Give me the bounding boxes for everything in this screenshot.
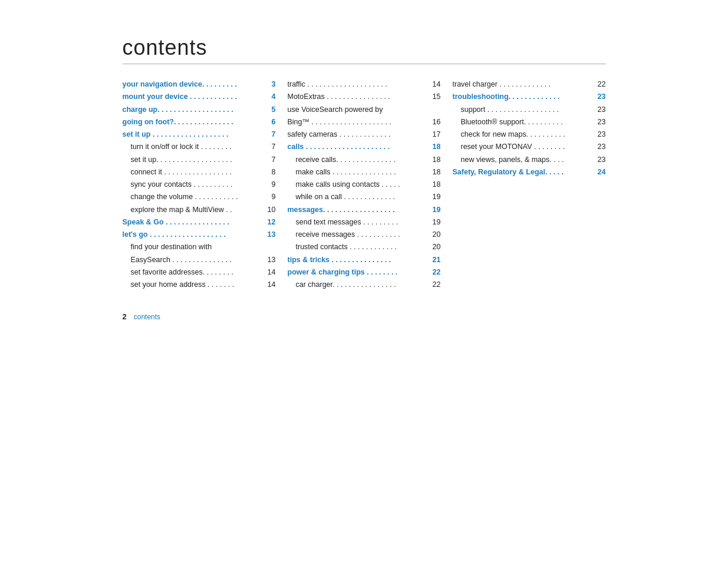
toc-entry-page: 7	[262, 141, 276, 153]
toc-entry: explore the map & MultiView . .10	[123, 204, 276, 216]
toc-entry-label: going on foot?. . . . . . . . . . . . . …	[123, 116, 262, 128]
toc-entry-label: tips & tricks . . . . . . . . . . . . . …	[288, 254, 427, 266]
toc-entry-label: travel charger . . . . . . . . . . . . .	[453, 78, 592, 91]
toc-entry: EasySearch . . . . . . . . . . . . . . .…	[123, 254, 276, 266]
toc-entry-page: 17	[427, 128, 441, 141]
toc-entry-label: calls . . . . . . . . . . . . . . . . . …	[288, 141, 427, 153]
toc-entry-label: receive messages . . . . . . . . . . .	[288, 229, 427, 241]
footer-label: contents	[134, 313, 160, 321]
toc-entry-page: 7	[262, 128, 276, 141]
toc-entry-label: traffic . . . . . . . . . . . . . . . . …	[288, 78, 427, 91]
toc-entry-page: 8	[262, 166, 276, 178]
toc-entry-page: 18	[427, 154, 441, 166]
toc-entry: MotoExtras . . . . . . . . . . . . . . .…	[288, 91, 441, 103]
toc-entry-label: set it up. . . . . . . . . . . . . . . .…	[123, 154, 262, 166]
toc-entry-label: charge up. . . . . . . . . . . . . . . .…	[123, 104, 262, 116]
toc-entry-page: 23	[592, 128, 606, 141]
toc-entry: let's go . . . . . . . . . . . . . . . .…	[123, 229, 276, 241]
toc-entry-page: 10	[262, 204, 276, 216]
toc-column-1: your navigation device. . . . . . . . .3…	[123, 78, 288, 291]
toc-entry-label: support . . . . . . . . . . . . . . . . …	[453, 104, 592, 116]
toc-entry: going on foot?. . . . . . . . . . . . . …	[123, 116, 276, 128]
toc-entry: travel charger . . . . . . . . . . . . .…	[453, 78, 606, 91]
title-divider	[123, 64, 606, 64]
toc-column-3: travel charger . . . . . . . . . . . . .…	[453, 78, 606, 178]
toc-entry-page: 23	[592, 91, 606, 103]
toc-entry-label: send text messages . . . . . . . . .	[288, 216, 427, 229]
toc-entry-label: Bing™ . . . . . . . . . . . . . . . . . …	[288, 116, 427, 128]
toc-entry: your navigation device. . . . . . . . .3	[123, 78, 276, 91]
toc-entry-page: 14	[262, 279, 276, 291]
toc-entry-label: safety cameras . . . . . . . . . . . . .	[288, 128, 427, 141]
toc-entry-page: 22	[427, 279, 441, 291]
toc-entry-label: troubleshooting. . . . . . . . . . . . .	[453, 91, 592, 103]
toc-entry-label: new views, panels, & maps. . . .	[453, 154, 592, 166]
toc-entry-label: sync your contacts . . . . . . . . . .	[123, 178, 262, 191]
toc-entry-page: 9	[262, 178, 276, 191]
toc-entry-label: trusted contacts . . . . . . . . . . . .	[288, 241, 427, 253]
toc-entry: calls . . . . . . . . . . . . . . . . . …	[288, 141, 441, 153]
toc-entry-label: messages. . . . . . . . . . . . . . . . …	[288, 204, 427, 216]
toc-entry-label: receive calls. . . . . . . . . . . . . .…	[288, 154, 427, 166]
toc-entry: set it up. . . . . . . . . . . . . . . .…	[123, 154, 276, 166]
page-title: contents	[123, 35, 606, 60]
toc-entry-label: set favorite addresses. . . . . . . .	[123, 266, 262, 279]
toc-entry: mount your device . . . . . . . . . . . …	[123, 91, 276, 103]
toc-entry-label: check for new maps. . . . . . . . . .	[453, 128, 592, 141]
toc-entry-label: Bluetooth® support. . . . . . . . . .	[453, 116, 592, 128]
toc-entry: Speak & Go . . . . . . . . . . . . . . .…	[123, 216, 276, 229]
toc-entry-page: 23	[592, 116, 606, 128]
toc-entry: make calls using contacts . . . . .18	[288, 178, 441, 191]
toc-entry-label: make calls . . . . . . . . . . . . . . .…	[288, 166, 427, 178]
toc-entry-label: reset your MOTONAV . . . . . . . .	[453, 141, 592, 153]
toc-entry-page: 4	[262, 91, 276, 103]
toc-entry-page: 14	[427, 78, 441, 91]
toc-entry: trusted contacts . . . . . . . . . . . .…	[288, 241, 441, 253]
toc-entry: change the volume . . . . . . . . . . .9	[123, 191, 276, 203]
toc-column-2: traffic . . . . . . . . . . . . . . . . …	[288, 78, 453, 291]
toc-entry-label: explore the map & MultiView . .	[123, 204, 262, 216]
toc-entry-page: 15	[427, 91, 441, 103]
toc-entry: receive calls. . . . . . . . . . . . . .…	[288, 154, 441, 166]
toc-entry-page: 21	[427, 254, 441, 266]
toc-entry-page: 22	[592, 78, 606, 91]
toc-entry-page: 18	[427, 141, 441, 153]
toc-entry-label: use VoiceSearch powered by	[288, 104, 427, 116]
toc-entry-page: 14	[262, 266, 276, 279]
toc-entry-page: 20	[427, 229, 441, 241]
toc-entry: messages. . . . . . . . . . . . . . . . …	[288, 204, 441, 216]
toc-entry-page: 6	[262, 116, 276, 128]
toc-entry-page: 23	[592, 154, 606, 166]
toc-entry-label: Safety, Regulatory & Legal. . . . .	[453, 166, 592, 178]
toc-entry: power & charging tips . . . . . . . .22	[288, 266, 441, 279]
toc-entry: check for new maps. . . . . . . . . .23	[453, 128, 606, 141]
toc-entry-page: 19	[427, 191, 441, 203]
toc-entry: set favorite addresses. . . . . . . .14	[123, 266, 276, 279]
page-footer: 2 contents	[123, 312, 606, 321]
toc-entry-page: 9	[262, 191, 276, 203]
toc-entry-page: 13	[262, 254, 276, 266]
toc-entry: support . . . . . . . . . . . . . . . . …	[453, 104, 606, 116]
toc-entry: make calls . . . . . . . . . . . . . . .…	[288, 166, 441, 178]
toc-entry: charge up. . . . . . . . . . . . . . . .…	[123, 104, 276, 116]
toc-entry-label: mount your device . . . . . . . . . . . …	[123, 91, 262, 103]
toc-entry: turn it on/off or lock it . . . . . . . …	[123, 141, 276, 153]
toc-entry: Bing™ . . . . . . . . . . . . . . . . . …	[288, 116, 441, 128]
toc-entry-label: connect it . . . . . . . . . . . . . . .…	[123, 166, 262, 178]
toc-entry: while on a call . . . . . . . . . . . . …	[288, 191, 441, 203]
toc-entry: Safety, Regulatory & Legal. . . . .24	[453, 166, 606, 178]
toc-entry-page: 23	[592, 104, 606, 116]
toc-entry: reset your MOTONAV . . . . . . . .23	[453, 141, 606, 153]
toc-entry-label: change the volume . . . . . . . . . . .	[123, 191, 262, 203]
toc-entry: set it up . . . . . . . . . . . . . . . …	[123, 128, 276, 141]
toc-entry: receive messages . . . . . . . . . . .20	[288, 229, 441, 241]
toc-entry-label: MotoExtras . . . . . . . . . . . . . . .…	[288, 91, 427, 103]
toc-entry-page: 23	[592, 141, 606, 153]
toc-entry-page: 20	[427, 241, 441, 253]
toc-entry-label: car charger. . . . . . . . . . . . . . .…	[288, 279, 427, 291]
toc-entry: car charger. . . . . . . . . . . . . . .…	[288, 279, 441, 291]
toc-entry: Bluetooth® support. . . . . . . . . .23	[453, 116, 606, 128]
toc-entry-label: Speak & Go . . . . . . . . . . . . . . .…	[123, 216, 262, 229]
toc-entry: troubleshooting. . . . . . . . . . . . .…	[453, 91, 606, 103]
page-container: contents your navigation device. . . . .…	[99, 0, 630, 345]
